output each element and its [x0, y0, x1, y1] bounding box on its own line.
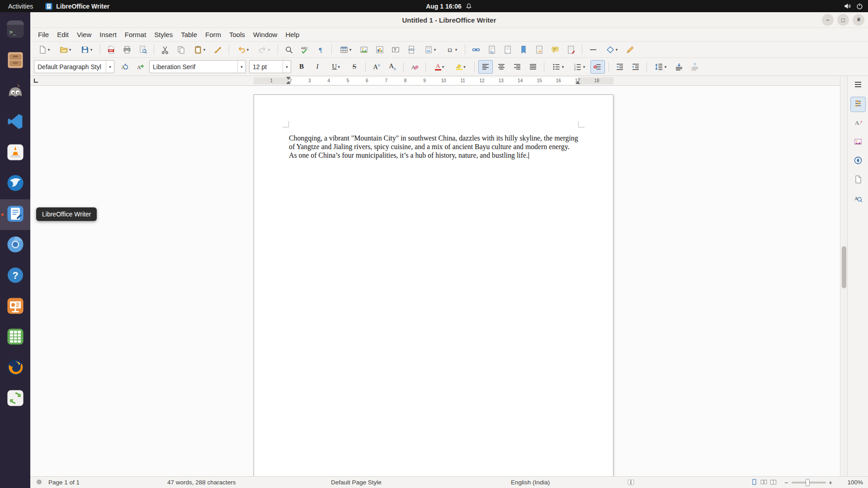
strikethrough-button[interactable]: S [347, 60, 362, 74]
word-count[interactable]: 47 words, 288 characters [167, 477, 236, 488]
menu-edit[interactable]: Edit [53, 28, 73, 42]
single-page-view-button[interactable] [750, 479, 758, 486]
underline-button[interactable]: U [326, 60, 346, 74]
left-indent-marker[interactable] [286, 81, 291, 84]
horizontal-ruler[interactable]: 123456789101112131415161718 [30, 76, 840, 86]
increase-indent-button[interactable] [628, 60, 643, 74]
zoom-percent[interactable]: 100% [847, 477, 863, 488]
insert-field-button[interactable] [420, 43, 440, 56]
undo-button[interactable] [233, 43, 253, 56]
cut-button[interactable] [158, 43, 172, 56]
style-inspector-deck-button[interactable]: A [850, 192, 866, 207]
subscript-button[interactable]: Ab [385, 60, 400, 74]
insert-endnote-button[interactable]: i.. [500, 43, 515, 56]
page-count[interactable]: Page 1 of 1 [48, 477, 80, 488]
ordered-list-button[interactable]: 123 [569, 60, 589, 74]
gallery-deck-button[interactable] [850, 135, 866, 150]
insert-textbox-button[interactable] [388, 43, 403, 56]
no-list-button[interactable] [590, 60, 605, 74]
insert-mode-icon[interactable] [627, 479, 635, 486]
spelling-button[interactable]: ABC [297, 43, 312, 56]
right-indent-marker[interactable] [576, 81, 580, 84]
insert-footnote-button[interactable]: AB1 [485, 43, 499, 56]
dock-firefox[interactable] [0, 353, 30, 384]
clone-formatting-button[interactable] [211, 43, 225, 56]
align-right-button[interactable] [510, 60, 524, 74]
menu-view[interactable]: View [73, 28, 95, 42]
print-preview-button[interactable] [136, 43, 150, 56]
document-page[interactable]: Chongqing, a vibrant "Mountain City" in … [254, 94, 613, 476]
close-document-icon[interactable]: × [857, 12, 861, 26]
font-name-dropdown-arrow[interactable]: ▾ [237, 61, 245, 73]
paste-button[interactable] [189, 43, 209, 56]
zoom-slider[interactable] [792, 482, 826, 483]
vertical-scrollbar[interactable] [840, 76, 847, 476]
new-style-button[interactable]: A [133, 60, 148, 74]
insert-image-button[interactable] [357, 43, 371, 56]
insert-page-break-button[interactable] [404, 43, 419, 56]
dock-vscode[interactable] [0, 107, 30, 138]
horizontal-line-button[interactable] [586, 43, 600, 56]
menu-file[interactable]: File [34, 28, 53, 42]
track-changes-button[interactable] [564, 43, 578, 56]
book-view-button[interactable] [769, 479, 777, 486]
copy-button[interactable] [174, 43, 188, 56]
maximize-button[interactable]: □ [837, 14, 849, 26]
dock-files[interactable] [0, 46, 30, 76]
insert-table-button[interactable] [335, 43, 355, 56]
clock-menu[interactable]: Aug 1 16:06 [30, 0, 868, 12]
scrollbar-thumb[interactable] [842, 246, 846, 288]
unordered-list-button[interactable] [548, 60, 568, 74]
menu-form[interactable]: Form [201, 28, 225, 42]
dock-software-updater[interactable] [0, 384, 30, 414]
font-size-dropdown-arrow[interactable]: ▾ [283, 61, 291, 73]
clear-formatting-button[interactable]: A [407, 60, 422, 74]
sidebar-settings-button[interactable] [850, 78, 866, 93]
dock-thunderbird[interactable] [0, 169, 30, 199]
decrease-paragraph-spacing-button[interactable] [688, 60, 702, 74]
align-justify-button[interactable] [526, 60, 540, 74]
highlight-color-button[interactable] [451, 60, 471, 74]
dock-libreoffice-impress[interactable] [0, 291, 30, 322]
paragraph-style-combobox[interactable]: Default Paragraph Styl ▾ [34, 60, 114, 73]
text-language[interactable]: English (India) [511, 477, 550, 488]
print-button[interactable] [120, 43, 134, 56]
show-draw-functions-button[interactable] [623, 43, 637, 56]
insert-comment-button[interactable] [548, 43, 562, 56]
dock-terminal[interactable]: >_ [0, 15, 30, 46]
font-name-combobox[interactable]: Liberation Serif ▾ [149, 60, 246, 73]
menu-format[interactable]: Format [121, 28, 151, 42]
document-canvas[interactable]: Chongqing, a vibrant "Mountain City" in … [30, 86, 840, 476]
bold-button[interactable]: B [294, 60, 309, 74]
font-size-combobox[interactable]: 12 pt ▾ [249, 60, 291, 73]
insert-bookmark-button[interactable] [516, 43, 531, 56]
dock-help[interactable]: ? [0, 261, 30, 291]
align-left-button[interactable] [478, 60, 493, 74]
minimize-button[interactable]: − [822, 14, 834, 26]
dock-chromium[interactable] [0, 230, 30, 261]
multi-page-view-button[interactable] [760, 479, 768, 486]
redo-button[interactable] [254, 43, 274, 56]
page-style[interactable]: Default Page Style [331, 477, 382, 488]
menu-help[interactable]: Help [281, 28, 303, 42]
export-pdf-button[interactable]: PDF [104, 43, 118, 56]
tab-stop-type-selector[interactable] [34, 79, 38, 83]
save-button[interactable] [76, 43, 96, 56]
menu-window[interactable]: Window [249, 28, 281, 42]
insert-special-character-button[interactable]: Ω [441, 43, 461, 56]
insert-cross-reference-button[interactable] [532, 43, 547, 56]
styles-deck-button[interactable]: A [850, 116, 866, 131]
navigator-deck-button[interactable] [850, 154, 866, 169]
menu-table[interactable]: Table [177, 28, 201, 42]
line-spacing-button[interactable] [651, 60, 670, 74]
menu-insert[interactable]: Insert [95, 28, 121, 42]
find-replace-button[interactable] [282, 43, 296, 56]
decrease-indent-button[interactable] [613, 60, 627, 74]
menu-styles[interactable]: Styles [150, 28, 177, 42]
align-center-button[interactable] [494, 60, 509, 74]
insert-hyperlink-button[interactable] [469, 43, 483, 56]
superscript-button[interactable]: Ab [369, 60, 384, 74]
formatting-marks-button[interactable]: ¶ [313, 43, 328, 56]
dock-libreoffice-calc[interactable] [0, 322, 30, 353]
dock-gimp[interactable] [0, 76, 30, 107]
